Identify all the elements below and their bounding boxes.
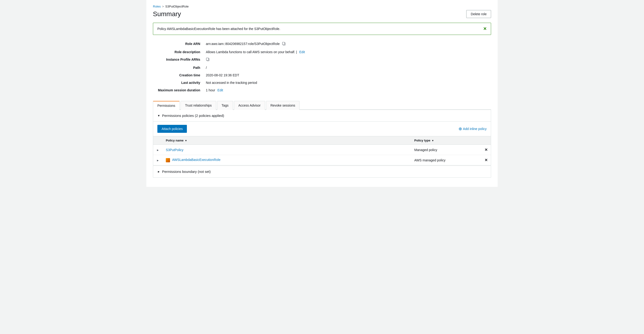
permissions-section: ▼ Permissions policies (2 policies appli… — [153, 110, 491, 165]
row2-expand-arrow[interactable]: ► — [156, 159, 159, 162]
summary-table: Role ARN arn:aws:iam::804206982157:role/… — [153, 40, 491, 94]
breadcrumb-current: S3PutObjectRole — [165, 5, 189, 8]
tab-tags[interactable]: Tags — [217, 101, 233, 110]
add-inline-policy-link[interactable]: ⊕ Add inline policy — [458, 127, 487, 131]
breadcrumb-roles-link[interactable]: Roles — [153, 5, 161, 8]
creation-time-label: Creation time — [153, 72, 204, 79]
row1-policy-link[interactable]: S3PutPolicy — [166, 148, 183, 152]
last-activity-value: Not accessed in the tracking period — [204, 79, 491, 86]
summary-last-activity-row: Last activity Not accessed in the tracki… — [153, 79, 491, 86]
row1-policy-name: S3PutPolicy — [162, 145, 411, 155]
delete-role-button[interactable]: Delete role — [466, 10, 491, 18]
page-title: Summary — [153, 10, 181, 18]
policy-type-sort-icon[interactable]: ▾ — [432, 139, 434, 142]
summary-max-session-row: Maximum session duration 1 hour Edit — [153, 86, 491, 94]
boundary-toggle-icon[interactable]: ► — [157, 170, 160, 173]
permissions-toggle-icon[interactable]: ▼ — [157, 114, 160, 117]
tab-permissions[interactable]: Permissions — [153, 101, 180, 110]
tabs-container: Permissions Trust relationships Tags Acc… — [153, 100, 491, 110]
role-arn-value: arn:aws:iam::804206982157:role/S3PutObje… — [204, 40, 491, 48]
attach-policies-button[interactable]: Attach policies — [157, 125, 187, 133]
policy-name-sort-icon[interactable]: ▾ — [185, 139, 187, 142]
banner-close-icon[interactable]: ✕ — [483, 26, 487, 32]
row2-remove[interactable]: ✕ — [481, 155, 491, 165]
tab-revoke-sessions[interactable]: Revoke sessions — [266, 101, 300, 110]
boundary-header[interactable]: ► Permissions boundary (not set) — [153, 166, 491, 177]
max-session-value: 1 hour Edit — [204, 86, 491, 94]
role-description-edit-link[interactable]: Edit — [299, 50, 305, 54]
banner-message: Policy AWSLambdaBasicExecutionRole has b… — [157, 27, 280, 31]
path-value: / — [204, 64, 491, 72]
summary-creation-time-row: Creation time 2020-08-02 19:36 EDT — [153, 72, 491, 79]
table-row: ► AWSLambdaBasicExecutionRole AWS manage… — [153, 155, 491, 165]
max-session-label: Maximum session duration — [153, 86, 204, 94]
row1-remove[interactable]: ✕ — [481, 145, 491, 155]
row2-expand[interactable]: ► — [153, 155, 162, 165]
row2-policy-link[interactable]: AWSLambdaBasicExecutionRole — [172, 158, 220, 162]
permissions-actions-row: Attach policies ⊕ Add inline policy — [153, 122, 491, 136]
tab-trust-relationships[interactable]: Trust relationships — [180, 101, 216, 110]
aws-managed-icon — [166, 158, 170, 162]
boundary-title: Permissions boundary (not set) — [162, 170, 211, 174]
last-activity-label: Last activity — [153, 79, 204, 86]
row1-remove-icon[interactable]: ✕ — [484, 148, 488, 152]
col-header-policy-type[interactable]: Policy type ▾ — [411, 136, 481, 145]
row1-expand[interactable]: ► — [153, 145, 162, 155]
col-header-expand — [153, 136, 162, 145]
table-row: ► S3PutPolicy Managed policy ✕ — [153, 145, 491, 155]
tab-access-advisor[interactable]: Access Advisor — [234, 101, 265, 110]
tabs: Permissions Trust relationships Tags Acc… — [153, 100, 491, 110]
row2-remove-icon[interactable]: ✕ — [484, 158, 488, 162]
path-label: Path — [153, 64, 204, 72]
svg-rect-1 — [282, 42, 284, 45]
success-banner: Policy AWSLambdaBasicExecutionRole has b… — [153, 23, 491, 35]
role-arn-label: Role ARN — [153, 40, 204, 48]
policy-table-header-row: Policy name ▾ Policy type ▾ — [153, 136, 491, 145]
summary-role-arn-row: Role ARN arn:aws:iam::804206982157:role/… — [153, 40, 491, 48]
policy-table: Policy name ▾ Policy type ▾ ► — [153, 136, 491, 165]
role-arn-copy-icon[interactable] — [282, 42, 286, 46]
boundary-section: ► Permissions boundary (not set) — [153, 166, 491, 178]
row2-policy-name: AWSLambdaBasicExecutionRole — [162, 155, 411, 165]
col-header-policy-name[interactable]: Policy name ▾ — [162, 136, 411, 145]
page-header: Summary Delete role — [153, 10, 491, 18]
instance-profile-copy-icon[interactable] — [204, 56, 491, 64]
row2-policy-type: AWS managed policy — [411, 155, 481, 165]
creation-time-value: 2020-08-02 19:36 EDT — [204, 72, 491, 79]
row1-expand-arrow[interactable]: ► — [156, 148, 159, 152]
instance-profile-label: Instance Profile ARNs — [153, 56, 204, 64]
col-header-actions — [481, 136, 491, 145]
breadcrumb: Roles > S3PutObjectRole — [153, 5, 491, 8]
role-description-label: Role description — [153, 48, 204, 56]
breadcrumb-separator: > — [162, 5, 164, 8]
row1-policy-type: Managed policy — [411, 145, 481, 155]
permissions-policies-title: Permissions policies (2 policies applied… — [162, 114, 224, 118]
svg-rect-3 — [206, 58, 208, 60]
max-session-edit-link[interactable]: Edit — [218, 88, 223, 92]
summary-instance-profile-row: Instance Profile ARNs — [153, 56, 491, 64]
plus-icon: ⊕ — [458, 127, 462, 131]
permissions-policies-header: ▼ Permissions policies (2 policies appli… — [153, 110, 491, 122]
role-description-value: Allows Lambda functions to call AWS serv… — [204, 48, 491, 56]
summary-role-description-row: Role description Allows Lambda functions… — [153, 48, 491, 56]
summary-path-row: Path / — [153, 64, 491, 72]
